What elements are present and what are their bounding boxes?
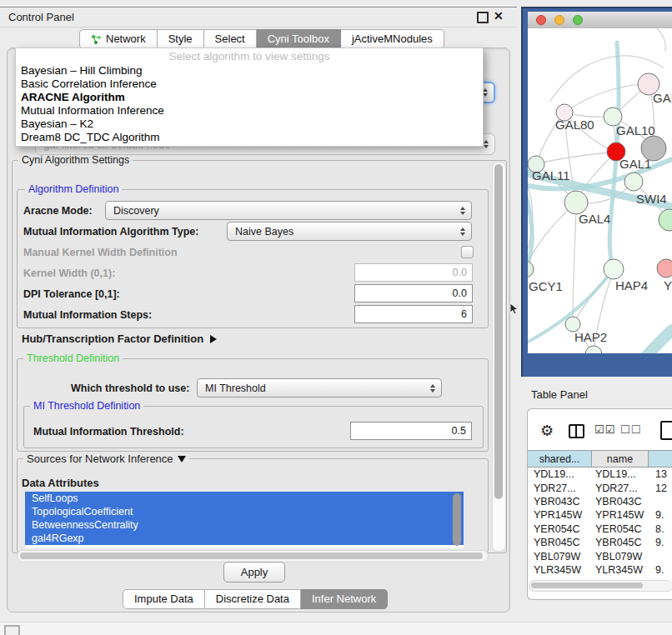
apply-button[interactable]: Apply <box>223 562 285 582</box>
table-cell: YPR145W <box>528 509 592 521</box>
which-threshold-value: MI Threshold <box>205 382 266 394</box>
table-row[interactable]: YDL19...YDL19...13 <box>528 468 672 481</box>
network-edge[interactable] <box>642 330 672 353</box>
tab-select[interactable]: Select <box>204 29 257 49</box>
zoom-traffic-icon[interactable] <box>573 15 583 25</box>
algorithm-popup-list: Bayesian – Hill ClimbingBasic Correlatio… <box>16 64 483 144</box>
table-body[interactable]: YDL19...YDL19...13YDR27...YDR27...12YBR0… <box>528 468 672 579</box>
unchecked-boxes-icon[interactable]: ☐☐ <box>620 423 641 436</box>
algorithm-popup-prompt: Select algorithm to view settings <box>16 48 483 64</box>
data-attribute-item[interactable]: BetweennessCentrality <box>25 518 464 532</box>
network-node-label: SWI4 <box>636 192 667 206</box>
algorithm-option[interactable]: Bayesian – Hill Climbing <box>16 64 483 78</box>
network-canvas[interactable]: GALGAL80GAL10GAL1GAL11SWI4GAL4GCY1HAP4YH… <box>528 28 672 353</box>
network-node-label: GAL11 <box>532 168 570 182</box>
tab-style[interactable]: Style <box>158 29 204 49</box>
algorithm-option[interactable]: Mutual Information Inference <box>16 104 483 118</box>
dpi-tolerance-label: DPI Tolerance [0,1]: <box>23 288 120 300</box>
settings-vertical-scrollbar[interactable] <box>492 162 506 552</box>
aracne-mode-label: Aracne Mode: <box>23 205 93 217</box>
tab-label: jActiveMNodules <box>352 30 433 48</box>
table-row[interactable]: YBR043CYBR043C <box>528 495 672 508</box>
gear-icon[interactable]: ⚙ <box>540 422 554 440</box>
mi-threshold-definition-title: MI Threshold Definition <box>30 400 143 412</box>
sources-title-label: Sources for Network Inference <box>27 452 173 465</box>
data-attributes-list[interactable]: SelfLoopsTopologicalCoefficientBetweenne… <box>25 492 464 548</box>
data-attribute-item[interactable]: TopologicalCoefficient <box>25 505 464 518</box>
minimize-traffic-icon[interactable] <box>554 15 564 25</box>
network-node[interactable] <box>659 209 672 231</box>
table-cell: YBR043C <box>592 496 649 508</box>
data-attribute-item[interactable]: gal4RGexp <box>25 532 464 545</box>
float-window-icon[interactable] <box>477 12 489 23</box>
network-node-gcy1[interactable] <box>528 261 534 278</box>
settings-horizontal-scrollbar-thumb[interactable] <box>20 552 483 559</box>
bottom-status-strip <box>0 622 672 635</box>
which-threshold-combo[interactable]: MI Threshold <box>197 378 442 398</box>
network-node-y[interactable] <box>657 259 672 278</box>
data-attribute-item[interactable]: SelfLoops <box>25 492 464 505</box>
sources-title[interactable]: Sources for Network Inference <box>23 452 189 465</box>
show-panel-icon[interactable] <box>4 625 20 635</box>
network-edge[interactable] <box>657 28 665 51</box>
network-node-swi4[interactable] <box>624 172 643 191</box>
table-column-header[interactable]: shared... <box>528 450 592 468</box>
settings-horizontal-scrollbar[interactable] <box>17 550 489 562</box>
aracne-mode-combo[interactable]: Discovery <box>105 201 472 220</box>
hub-tf-expander[interactable]: Hub/Transcription Factor Definition <box>22 332 217 345</box>
table-column-header[interactable]: name <box>592 450 649 468</box>
table-row[interactable]: YDR27...YDR27...12 <box>528 481 672 494</box>
algorithm-option[interactable]: ARACNE Algorithm <box>16 91 483 104</box>
tab-jactivemnodules[interactable]: jActiveMNodules <box>341 29 444 49</box>
table-horizontal-scrollbar-thumb[interactable] <box>531 582 643 588</box>
mi-threshold-field[interactable]: 0.5 <box>350 422 472 440</box>
network-node-gal4[interactable] <box>564 191 588 214</box>
tab-impute-data[interactable]: Impute Data <box>123 589 205 609</box>
close-traffic-icon[interactable] <box>536 15 546 25</box>
network-node[interactable] <box>585 346 602 353</box>
attributes-scrollbar-thumb[interactable] <box>453 493 461 546</box>
close-icon[interactable]: ✕ <box>494 9 504 22</box>
kernel-width-field[interactable]: 0.0 <box>354 263 473 282</box>
manual-kernel-checkbox[interactable] <box>461 246 474 258</box>
algorithm-option[interactable]: Basic Correlation Inference <box>16 78 483 91</box>
network-node[interactable] <box>641 136 666 161</box>
combo-arrows-icon <box>484 140 489 148</box>
tab-infer-network[interactable]: Infer Network <box>301 589 388 609</box>
table-row[interactable]: YER054CYER054C8. <box>528 522 672 536</box>
table-column-header[interactable] <box>649 450 672 468</box>
table-horizontal-scrollbar[interactable] <box>529 580 672 592</box>
cyni-algorithm-settings-title: Cyni Algorithm Settings <box>18 154 133 166</box>
dpi-tolerance-field[interactable]: 0.0 <box>354 284 473 302</box>
algorithm-option[interactable]: Dream8 DC_TDC Algorithm <box>16 131 483 144</box>
mi-type-combo[interactable]: Naive Bayes <box>227 222 472 241</box>
expander-down-icon <box>178 456 186 462</box>
tab-cyni-toolbox[interactable]: Cyni Toolbox <box>257 29 341 49</box>
tab-network[interactable]: Network <box>79 29 158 49</box>
settings-vertical-scrollbar-thumb[interactable] <box>494 164 503 499</box>
network-window-titlebar[interactable] <box>528 12 672 29</box>
table-cell: YBR045C <box>528 537 592 548</box>
checked-boxes-icon[interactable]: ☑☑ <box>594 423 615 436</box>
tab-discretize-data[interactable]: Discretize Data <box>205 589 301 609</box>
table-row[interactable]: YBR045CYBR045C9. <box>528 536 672 549</box>
table-row[interactable]: YLR345WYLR345W9. <box>528 563 672 577</box>
network-edge[interactable] <box>573 202 576 324</box>
table-cell: YLR345W <box>528 564 592 576</box>
columns-icon[interactable] <box>569 424 584 438</box>
network-node-label: GAL10 <box>616 123 655 138</box>
network-edge[interactable] <box>564 84 649 112</box>
algorithm-option[interactable]: Bayesian – K2 <box>16 118 483 131</box>
table-cell: YDR27... <box>528 482 592 494</box>
table-row[interactable]: YIL052CYIL052C9 <box>528 577 672 579</box>
table-row[interactable]: YPR145WYPR145W9. <box>528 508 672 522</box>
network-node-label: GAL80 <box>555 118 594 132</box>
network-node-hap4[interactable] <box>604 259 624 279</box>
table-function-icon[interactable] <box>660 421 672 440</box>
kernel-width-label: Kernel Width (0,1): <box>23 268 115 279</box>
manual-kernel-label: Manual Kernel Width Definition <box>23 247 178 258</box>
table-row[interactable]: YBL079WYBL079W <box>528 549 672 562</box>
mi-steps-field[interactable]: 6 <box>354 305 473 323</box>
network-edge[interactable] <box>536 152 616 164</box>
network-edge[interactable] <box>528 202 576 269</box>
